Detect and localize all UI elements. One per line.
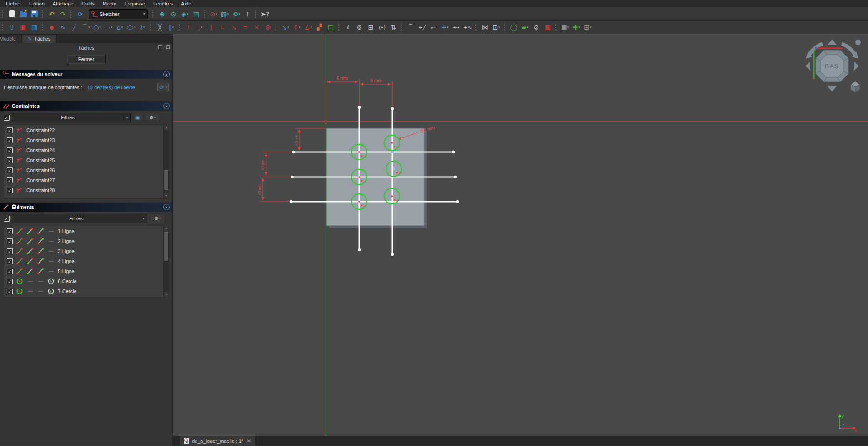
nav-circle-button[interactable] [855,40,861,45]
elements-select-all-checkbox[interactable]: ✓ [4,216,10,222]
element-checkbox[interactable]: ✓ [7,279,13,284]
nav-up-arrow[interactable] [828,40,837,45]
grid-settings[interactable]: ▦▾ [559,22,571,33]
tab-taches[interactable]: ✎ Tâches [22,34,56,43]
elements-header[interactable]: Éléments ▲ [0,203,172,212]
constraint-row[interactable]: ✓Constraint22 [4,125,168,135]
toolbar-handle[interactable] [475,24,477,31]
workbench-dropdown-arrow[interactable]: ▾ [143,12,145,16]
dimension-tools-dropdown-arrow[interactable]: ▾ [287,25,289,29]
select-unconstrained-dof[interactable]: ıl [342,22,354,33]
tab-modele[interactable]: Modèle [0,34,22,43]
toolbar-handle[interactable] [276,24,277,31]
toolbar-handle[interactable] [338,24,340,31]
constraints-settings-dropdown-arrow[interactable]: ▾ [154,116,156,119]
toolbar-handle[interactable] [179,24,181,31]
dimension-tools[interactable]: ↘▾ [280,22,291,33]
constrain-angle[interactable]: ∠▾ [302,22,314,33]
leave-sketch[interactable]: ⇧ [6,22,17,33]
constrain-angle-dropdown-arrow[interactable]: ▾ [311,25,312,29]
constraints-scrollbar[interactable]: ▲ ▼ [163,125,168,198]
toolbar-handle[interactable] [42,10,44,18]
bspline-controls-dropdown-arrow[interactable]: ▾ [527,25,529,29]
element-row[interactable]: ✓2-Ligne [4,236,168,246]
constraint-row[interactable]: ✓Constraint26 [4,165,168,175]
nav-cube-face-label[interactable]: BAS [825,63,839,70]
menu-fenêtres[interactable]: Fenêtres [149,1,177,6]
elements-scrollbar[interactable]: ▲ ▼ [163,226,168,297]
constrain-block[interactable]: ⊗ [262,22,274,33]
join-curves[interactable]: +• [451,22,462,33]
element-row[interactable]: ✓3-Ligne [4,246,168,256]
dimension-label[interactable]: 6 mm [371,78,382,83]
toolbar-handle[interactable] [70,10,72,18]
elements-filter-dropdown-arrow[interactable]: ▾ [140,217,147,221]
toolbar-handle[interactable] [204,10,206,18]
redo[interactable]: ↷ [57,9,69,20]
scroll-down-icon[interactable]: ▼ [164,193,169,198]
constrain-vertical-distance-dropdown-arrow[interactable]: ▾ [299,25,301,29]
scrollbar-thumb[interactable] [164,170,168,190]
constrain-symmetric[interactable]: × [251,22,262,33]
toolbar-handle[interactable] [504,24,506,31]
constrain-equal[interactable]: = [240,22,251,33]
solver-messages-header[interactable]: Messages du solveur ▲ [0,70,172,79]
create-circle-dropdown-arrow[interactable]: ▾ [99,25,101,29]
constraint-row[interactable]: ✓Constraint24 [4,145,168,155]
rotate-right-arrow[interactable] [842,44,855,55]
constrain-vertical-distance[interactable]: ↕▾ [291,22,302,33]
toolbar-handle[interactable] [2,24,4,31]
trim-edge[interactable]: ⌐ [428,22,439,33]
clone-dropdown-arrow[interactable]: ▾ [498,25,500,29]
nav-left-arrow[interactable] [805,61,810,71]
nav-down-arrow[interactable] [828,86,837,91]
constrain-perpendicular[interactable]: ∟ [217,22,228,33]
render-order-dropdown-arrow[interactable]: ▾ [590,25,592,29]
toolbar-handle[interactable] [401,24,403,31]
create-point[interactable]: ● [46,22,57,33]
origin-point[interactable] [325,121,327,123]
constraint-row[interactable]: ✓Constraint23 [4,135,168,145]
fit-selection[interactable]: ⊙ [168,9,179,20]
constraint-checkbox[interactable]: ✓ [7,177,13,183]
constrain-point-on-object[interactable]: ⊤ [183,22,194,33]
create-arc[interactable]: ⌒▾ [80,22,91,33]
constrain-parallel[interactable]: ∥ [206,22,217,33]
create-polygon-dropdown-arrow[interactable]: ▾ [121,25,123,29]
create-polygon[interactable]: ⌂▾ [114,22,125,33]
measure[interactable]: ⊺ [242,9,253,20]
internal-alignment[interactable]: ⇅ [388,22,399,33]
mirror-symmetry[interactable]: ⋈ [479,22,491,33]
create-rectangle[interactable]: ▭▾ [103,22,114,33]
select-conflicting-constraints[interactable]: ⊞ [365,22,376,33]
view-section[interactable]: ▥ [29,22,40,33]
view-isometric-dropdown-arrow[interactable]: ▾ [187,12,189,16]
new-document[interactable] [6,9,17,20]
create-bspline-dropdown-arrow[interactable]: ▾ [143,25,145,29]
open-document[interactable] [17,9,29,20]
elements-settings-dropdown-arrow[interactable]: ▾ [159,217,161,220]
workbench-selector[interactable]: Sketcher ▾ [89,9,148,19]
clipping-plane[interactable]: ⊘▾ [208,9,219,20]
element-checkbox[interactable]: ✓ [7,238,13,244]
zoom-to-selection[interactable]: ◳ [191,9,202,20]
auto-update-dropdown-arrow[interactable]: ▾ [165,86,167,89]
dimension-label[interactable]: 6 mm [337,76,348,81]
nav-right-arrow[interactable] [854,61,859,71]
constrain-vertical-horizontal[interactable]: ∣▾ [194,22,206,33]
close-icon[interactable]: ✕ [246,438,251,444]
3d-viewport[interactable]: 6 mm 6 mm Ø3 mm 4.5 mm 4.5 mm 4.5 mm [173,34,868,446]
convert-to-bspline[interactable]: ⊘ [531,22,542,33]
elements-filter-combo[interactable]: Filtres ▾ [12,214,147,223]
undo[interactable]: ↶ [46,9,57,20]
create-bspline[interactable]: ≀▾ [137,22,148,33]
element-row[interactable]: ✓6-Cercle [4,276,168,286]
box-element-selection-dropdown-arrow[interactable]: ▾ [227,12,229,16]
element-row[interactable]: ✓1-Ligne [4,226,168,236]
collapse-constraints-icon[interactable]: ▲ [163,103,170,109]
element-row[interactable]: ✓8-Cercle [4,296,168,298]
select-redundant-constraints[interactable]: ⊚ [354,22,365,33]
collapse-solver-icon[interactable]: ▲ [163,71,170,77]
refresh[interactable]: ⟳ [75,9,86,20]
panel-dock-button[interactable] [166,45,170,49]
